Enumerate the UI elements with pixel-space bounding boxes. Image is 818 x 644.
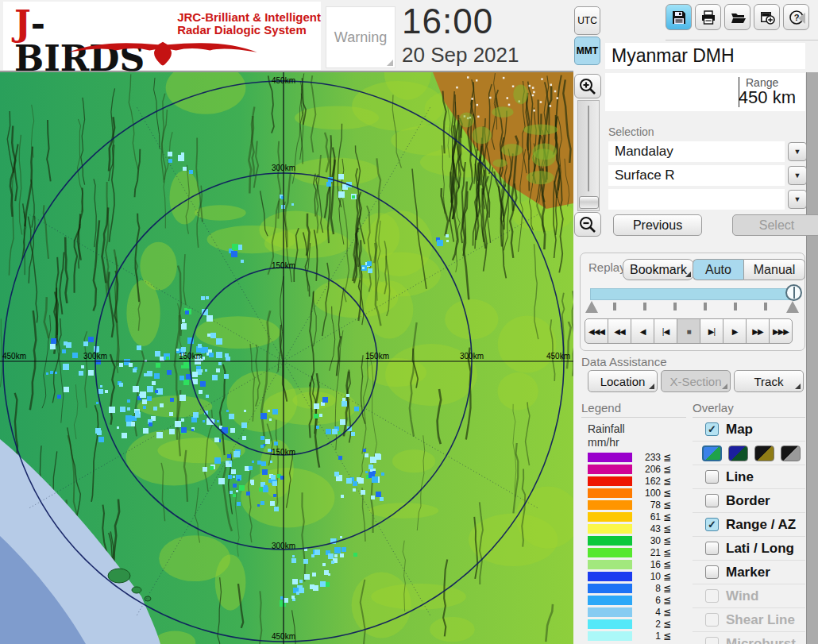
chevron-down-icon[interactable]: ▼: [788, 166, 807, 185]
legend-row: 8≦: [581, 582, 686, 594]
checkbox-line[interactable]: [705, 470, 719, 484]
legend-value: 30: [632, 535, 661, 546]
legend-color-swatch: [588, 453, 632, 462]
option-dropdown[interactable]: ▼: [608, 189, 805, 210]
legend-value: 21: [632, 547, 661, 558]
zoom-in-icon[interactable]: [574, 74, 601, 98]
zoom-slider-groove: [588, 106, 589, 191]
map-style-1[interactable]: [702, 445, 722, 461]
checkbox-marker[interactable]: [705, 565, 719, 579]
replay-slider-track[interactable]: [590, 288, 797, 300]
legend-lte-symbol: ≦: [663, 452, 671, 463]
panel-side-strip[interactable]: [806, 72, 818, 644]
legend-lte-symbol: ≦: [663, 511, 671, 523]
save-icon[interactable]: [666, 4, 692, 30]
chevron-down-icon[interactable]: ▼: [788, 190, 807, 209]
slider-tick: [673, 303, 677, 310]
legend-color-swatch: [588, 584, 632, 593]
warning-panel[interactable]: Warning: [326, 6, 395, 68]
manual-button[interactable]: Manual: [743, 259, 805, 280]
range-display: Range 450 km: [605, 73, 805, 111]
slider-tick: [734, 303, 737, 310]
slider-tick: [704, 303, 707, 310]
playback-skip-forward-fast-button[interactable]: ▶▶▶: [769, 318, 793, 344]
option-dropdown-value[interactable]: [608, 189, 785, 210]
overlay-label: Range / AZ: [726, 517, 796, 533]
menu-corner-icon: [795, 384, 801, 389]
menu-corner-icon: [722, 384, 727, 389]
station-name: Myanmar DMH: [605, 43, 805, 69]
site-dropdown-value[interactable]: Mandalay: [608, 141, 785, 162]
chevron-down-icon[interactable]: ▼: [788, 142, 807, 161]
checkbox-range-az[interactable]: ✓: [705, 518, 719, 531]
slider-end-marker[interactable]: [786, 301, 799, 313]
legend-value: 233: [632, 452, 661, 463]
checkbox-lati-long[interactable]: [705, 542, 719, 555]
bookmark-button[interactable]: Bookmark: [623, 259, 694, 280]
playback-seek-back-button[interactable]: ◀◀: [608, 318, 631, 344]
location-button[interactable]: Location: [588, 370, 658, 392]
select-button: Select: [732, 214, 818, 236]
map-style-2[interactable]: [728, 445, 748, 461]
legend-color-swatch: [588, 619, 632, 629]
auto-button[interactable]: Auto: [693, 259, 743, 280]
help-icon[interactable]: ?: [783, 4, 809, 30]
legend-panel: Legend Rainfallmm/hr 233≦206≦162≦100≦78≦…: [581, 401, 686, 642]
legend-value: 6: [632, 595, 661, 606]
menu-corner-icon: [685, 272, 691, 277]
slider-start-marker[interactable]: [585, 301, 598, 313]
range-ring-label: 450km: [272, 632, 295, 641]
radar-map-canvas[interactable]: 450km300km150km150km300km450km450km300km…: [0, 72, 573, 644]
overlay-item-border[interactable]: Border: [693, 489, 805, 513]
product-dropdown[interactable]: Surface R ▼: [608, 165, 805, 186]
data-assistance-label: Data Assistance: [581, 355, 667, 368]
overlay-item-map[interactable]: ✓Map: [693, 418, 805, 442]
playback-step-back-button[interactable]: ◀: [631, 318, 654, 344]
open-folder-icon[interactable]: [724, 4, 750, 30]
legend-value: 2: [632, 619, 661, 630]
playback-stop-button[interactable]: ■: [677, 318, 700, 344]
mmt-button[interactable]: MMT: [574, 37, 600, 65]
site-dropdown[interactable]: Mandalay ▼: [608, 141, 805, 162]
playback-play-button[interactable]: ▶: [723, 318, 747, 344]
zoom-out-icon[interactable]: [574, 212, 601, 237]
map-style-swatches: [693, 442, 805, 465]
replay-slider-handle[interactable]: [785, 284, 802, 301]
overlay-item-lati-long[interactable]: Lati / Long: [693, 537, 805, 561]
utc-button[interactable]: UTC: [574, 6, 600, 35]
legend-lte-symbol: ≦: [663, 559, 671, 570]
add-image-icon[interactable]: [754, 4, 780, 30]
legend-value: 10: [632, 571, 661, 582]
overlay-item-line[interactable]: Line: [693, 465, 805, 489]
collapse-panel-icon[interactable]: [798, 13, 805, 24]
overlay-label: Wind: [726, 588, 758, 604]
playback-skip-to-end-button[interactable]: ▶|: [700, 318, 723, 344]
previous-button[interactable]: Previous: [613, 214, 702, 236]
zoom-slider-handle[interactable]: [579, 196, 599, 209]
checkbox-microburst: [705, 637, 719, 644]
legend-value: 78: [632, 499, 661, 511]
overlay-title: Overlay: [693, 401, 805, 418]
playback-skip-to-start-button[interactable]: |◀: [654, 318, 677, 344]
jbirds-logo: J-BIRDS JRC-Brilliant & IntelligentRadar…: [3, 2, 321, 70]
map-style-4[interactable]: [781, 445, 801, 461]
overlay-item-marker[interactable]: Marker: [693, 561, 805, 584]
legend-entries: 233≦206≦162≦100≦78≦61≦43≦30≦21≦16≦10≦8≦6…: [581, 451, 686, 642]
overlay-item-range-az[interactable]: ✓Range / AZ: [693, 513, 805, 537]
clock-time: 16:00: [402, 2, 493, 41]
playback-skip-back-fast-button[interactable]: ◀◀◀: [585, 318, 608, 344]
legend-color-swatch: [588, 607, 632, 617]
checkbox-map[interactable]: ✓: [705, 422, 719, 436]
print-icon[interactable]: [695, 4, 721, 30]
radar-map[interactable]: 450km300km150km150km300km450km450km300km…: [0, 72, 573, 644]
map-style-3[interactable]: [754, 445, 774, 461]
track-button[interactable]: Track: [734, 370, 804, 392]
zoom-slider-track[interactable]: [577, 100, 600, 211]
legend-value: 8: [632, 583, 661, 594]
playback-seek-forward-button[interactable]: ▶▶: [746, 318, 770, 344]
legend-value: 4: [632, 607, 661, 618]
legend-color-swatch: [588, 560, 632, 569]
checkbox-border[interactable]: [705, 494, 719, 507]
legend-color-swatch: [588, 596, 632, 605]
product-dropdown-value[interactable]: Surface R: [608, 165, 785, 186]
